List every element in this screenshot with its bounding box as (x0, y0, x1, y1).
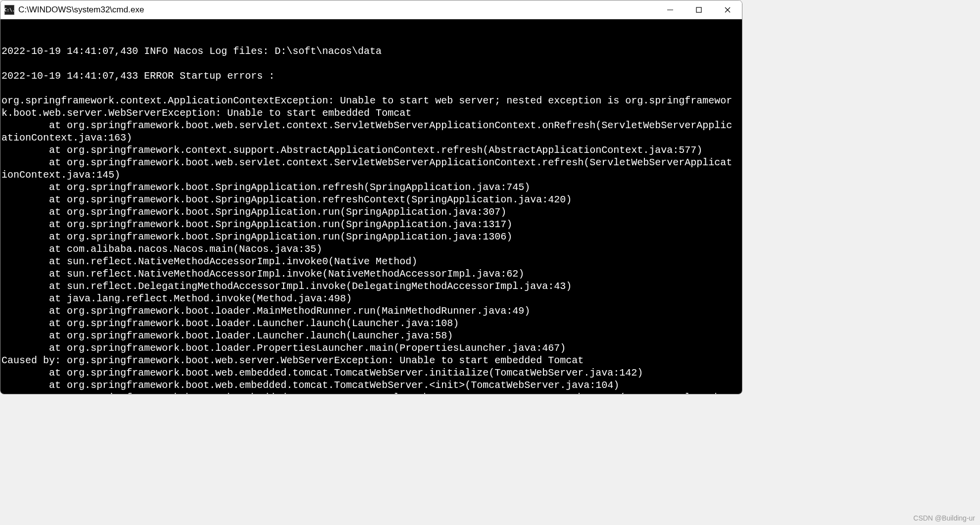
titlebar[interactable]: C:\. C:\WINDOWS\system32\cmd.exe (0, 0, 742, 19)
cmd-icon: C:\. (4, 5, 14, 15)
svg-rect-1 (696, 7, 701, 12)
minimize-button[interactable] (656, 0, 685, 19)
window-title: C:\WINDOWS\system32\cmd.exe (18, 5, 656, 15)
watermark: CSDN @Building-ur (913, 514, 975, 522)
terminal-output[interactable]: 2022-10-19 14:41:07,430 INFO Nacos Log f… (0, 19, 742, 394)
minimize-icon (667, 6, 674, 13)
window-controls (656, 0, 742, 19)
maximize-button[interactable] (685, 0, 713, 19)
cmd-window: C:\. C:\WINDOWS\system32\cmd.exe 2022-10… (0, 0, 742, 394)
close-button[interactable] (713, 0, 742, 19)
maximize-icon (695, 6, 702, 13)
close-icon (724, 6, 731, 13)
terminal-content: 2022-10-19 14:41:07,430 INFO Nacos Log f… (1, 45, 742, 394)
